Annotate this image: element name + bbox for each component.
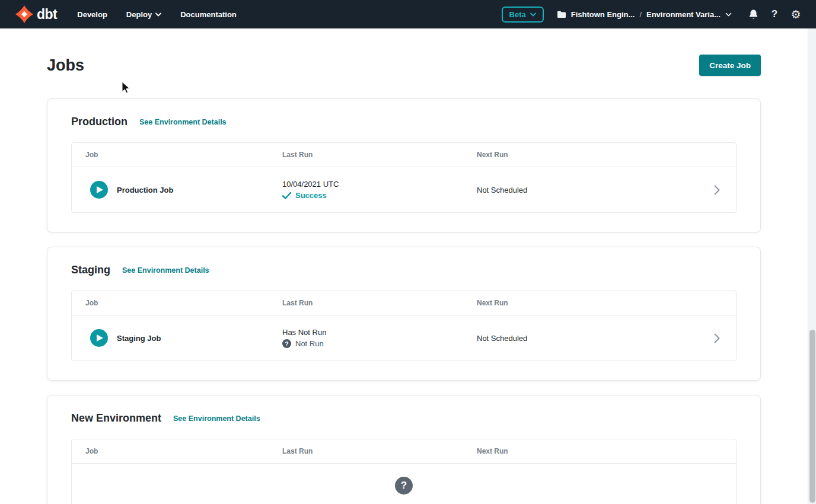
beta-badge[interactable]: Beta: [502, 7, 544, 23]
dbt-logo-icon: [15, 5, 33, 23]
help-glyph: ?: [772, 8, 777, 20]
last-run-cell: Has Not Run ? Not Run: [282, 328, 477, 348]
folder-icon: [557, 11, 566, 18]
breadcrumb-current[interactable]: Environment Varia...: [646, 10, 721, 19]
job-name[interactable]: Staging Job: [117, 334, 161, 343]
column-header-job: Job: [72, 151, 282, 159]
breadcrumb[interactable]: Fishtown Engin... / Environment Varia...: [557, 10, 732, 19]
chevron-down-icon: [530, 12, 536, 17]
environment-name: Production: [71, 116, 128, 128]
top-navigation-bar: dbt Develop Deploy Documentation Beta Fi…: [0, 0, 816, 28]
empty-jobs-state: ?: [72, 463, 736, 504]
dbt-brand-text: dbt: [37, 7, 57, 23]
environment-name: Staging: [71, 264, 110, 276]
jobs-table: Job Last Run Next Run Production Job: [71, 142, 737, 213]
status-label: Not Run: [295, 339, 324, 348]
check-icon: [282, 192, 291, 199]
job-row-production[interactable]: Production Job 10/04/2021 UTC Success: [72, 167, 736, 212]
nav-icon-group: ? ⚙: [747, 8, 802, 20]
vertical-scrollbar[interactable]: [808, 28, 816, 504]
chevron-down-icon: [155, 12, 161, 17]
next-run-cell: Not Scheduled: [477, 186, 698, 194]
breadcrumb-project[interactable]: Fishtown Engin...: [571, 10, 635, 19]
environment-header: Production See Environment Details: [71, 116, 737, 128]
jobs-table: Job Last Run Next Run Staging Job: [71, 291, 737, 361]
column-header-job: Job: [72, 299, 282, 307]
nav-deploy-label: Deploy: [126, 10, 152, 19]
nav-documentation[interactable]: Documentation: [180, 10, 237, 19]
question-glyph: ?: [401, 480, 407, 492]
job-name[interactable]: Production Job: [117, 186, 173, 194]
jobs-table: Job Last Run Next Run ?: [71, 439, 737, 504]
environment-card-new-environment: New Environment See Environment Details …: [47, 395, 761, 504]
job-row-staging[interactable]: Staging Job Has Not Run ? Not Run Not Sc…: [72, 315, 736, 361]
last-run-status: Success: [282, 191, 477, 200]
status-label: Success: [295, 191, 327, 200]
run-job-button[interactable]: [90, 329, 108, 347]
chevron-down-icon: [725, 12, 732, 17]
run-job-button[interactable]: [90, 181, 108, 199]
question-circle-icon: ?: [395, 477, 413, 495]
scrollbar-thumb[interactable]: [809, 330, 815, 503]
next-run-cell: Not Scheduled: [477, 334, 698, 343]
jobs-table-header: Job Last Run Next Run: [72, 291, 736, 315]
column-header-next-run: Next Run: [477, 447, 698, 455]
jobs-table-header: Job Last Run Next Run: [72, 439, 736, 463]
column-header-last-run: Last Run: [282, 447, 477, 455]
chevron-right-icon[interactable]: [698, 333, 736, 343]
environment-name: New Environment: [71, 412, 161, 425]
jobs-table-header: Job Last Run Next Run: [72, 143, 736, 167]
column-header-last-run: Last Run: [282, 299, 477, 307]
gear-glyph: ⚙: [791, 9, 801, 20]
gear-icon[interactable]: ⚙: [790, 8, 802, 20]
environment-card-production: Production See Environment Details Job L…: [47, 98, 761, 232]
see-environment-details-link[interactable]: See Environment Details: [139, 118, 227, 126]
create-job-button[interactable]: Create Job: [699, 55, 761, 76]
column-header-job: Job: [72, 447, 282, 455]
breadcrumb-separator: /: [639, 10, 642, 19]
question-glyph: ?: [285, 340, 288, 347]
environment-card-staging: Staging See Environment Details Job Last…: [47, 247, 761, 381]
help-icon[interactable]: ?: [769, 8, 780, 20]
last-run-date: 10/04/2021 UTC: [282, 180, 477, 189]
environment-header: New Environment See Environment Details: [71, 412, 737, 425]
last-run-status: ? Not Run: [282, 339, 477, 348]
see-environment-details-link[interactable]: See Environment Details: [173, 414, 260, 423]
jobs-page: Jobs Create Job Production See Environme…: [0, 28, 808, 504]
beta-label: Beta: [509, 10, 526, 19]
nav-deploy[interactable]: Deploy: [126, 10, 161, 19]
question-circle-icon: ?: [282, 339, 291, 348]
last-run-cell: 10/04/2021 UTC Success: [282, 180, 477, 200]
last-run-date: Has Not Run: [282, 328, 477, 337]
nav-develop[interactable]: Develop: [77, 10, 107, 19]
column-header-next-run: Next Run: [477, 299, 698, 307]
page-header: Jobs Create Job: [47, 55, 761, 76]
bell-icon[interactable]: [747, 8, 759, 20]
column-header-next-run: Next Run: [477, 151, 698, 159]
primary-nav: Develop Deploy Documentation: [77, 10, 237, 19]
see-environment-details-link[interactable]: See Environment Details: [122, 266, 209, 275]
dbt-logo[interactable]: dbt: [15, 5, 57, 23]
page-title: Jobs: [47, 56, 84, 75]
app-viewport: dbt Develop Deploy Documentation Beta Fi…: [0, 0, 816, 504]
column-header-last-run: Last Run: [282, 151, 477, 159]
environment-header: Staging See Environment Details: [71, 264, 737, 276]
chevron-right-icon[interactable]: [698, 185, 736, 195]
